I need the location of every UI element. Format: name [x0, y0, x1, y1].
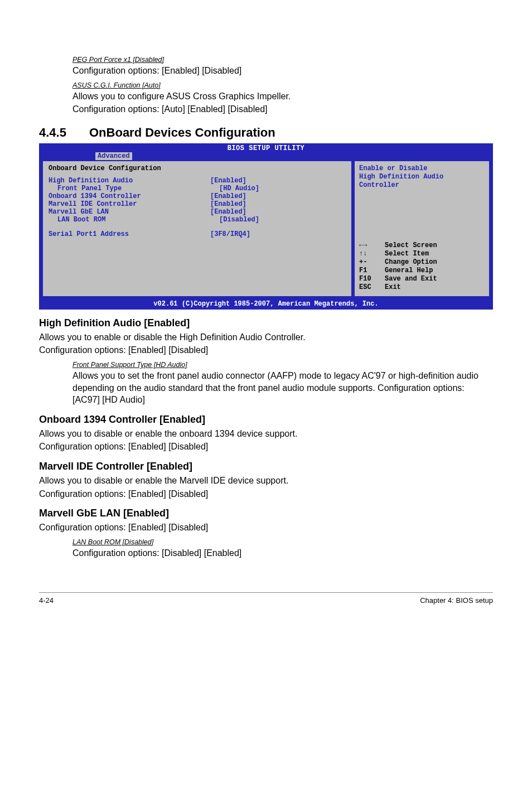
bios-item-value: [Enabled]	[210, 200, 246, 208]
bios-panel-heading: Onboard Device Configuration	[49, 165, 346, 172]
peg-port-desc: Configuration options: [Enabled] [Disabl…	[72, 65, 493, 77]
bios-copyright: v02.61 (C)Copyright 1985-2007, American …	[40, 299, 492, 309]
key-f1: F1	[359, 267, 385, 275]
bios-item-fpt: Front Panel Type [HD Audio]	[49, 185, 346, 192]
front-panel-label: Front Panel Support Type [HD Audio]	[72, 361, 493, 369]
page-number: 4-24	[39, 596, 54, 605]
bios-left-panel: Onboard Device Configuration High Defini…	[43, 161, 351, 296]
key-desc: Save and Exit	[385, 275, 437, 283]
asus-cgi-label: ASUS C.G.I. Function [Auto]	[72, 81, 493, 89]
bios-item-value: [Enabled]	[210, 192, 246, 200]
key-plus-minus: +-	[359, 258, 385, 267]
bios-screenshot: BIOS SETUP UTILITY Advanced Onboard Devi…	[39, 143, 493, 310]
o1394-desc-1: Allows you to disable or enable the onbo…	[39, 428, 493, 440]
bios-help-text: Enable or Disable High Definition Audio …	[359, 165, 485, 190]
bios-key-legend: ←→Select Screen ↑↓Select Item +-Change O…	[359, 241, 485, 292]
section-number: 4.4.5	[39, 125, 89, 140]
key-desc: General Help	[385, 267, 433, 275]
key-desc: Change Option	[385, 258, 437, 267]
o1394-heading: Onboard 1394 Controller [Enabled]	[39, 414, 493, 426]
bios-title: BIOS SETUP UTILITY	[40, 144, 492, 152]
bios-item-value: [Disabled]	[219, 216, 259, 224]
mide-desc-2: Configuration options: [Enabled] [Disabl…	[39, 488, 493, 500]
hda-desc-1: Allows you to enable or disable the High…	[39, 331, 493, 344]
hda-desc-2: Configuration options: [Enabled] [Disabl…	[39, 344, 493, 356]
mgbe-desc-1: Configuration options: [Enabled] [Disabl…	[39, 521, 493, 534]
bios-help-line3: Controller	[359, 181, 485, 190]
key-arrows-ud: ↑↓	[359, 250, 385, 258]
key-esc: ESC	[359, 283, 385, 292]
bios-tab-row: Advanced	[40, 152, 492, 161]
bios-item-label: Marvell GbE LAN	[49, 208, 210, 216]
key-arrows-lr: ←→	[359, 241, 385, 250]
bios-item-lanboot: LAN Boot ROM [Disabled]	[49, 216, 346, 224]
bios-item-1394: Onboard 1394 Controller [Enabled]	[49, 192, 346, 200]
bios-item-serial: Serial Port1 Address [3F8/IRQ4]	[49, 230, 346, 238]
section-heading: 4.4.5OnBoard Devices Configuration	[39, 125, 493, 140]
bios-item-mide: Marvell IDE Controller [Enabled]	[49, 200, 346, 208]
mide-heading: Marvell IDE Controller [Enabled]	[39, 461, 493, 472]
bios-item-label: Marvell IDE Controller	[49, 200, 210, 208]
bios-help-line1: Enable or Disable	[359, 165, 485, 173]
key-desc: Exit	[385, 283, 401, 292]
footer-rule	[39, 592, 493, 593]
chapter-label: Chapter 4: BIOS setup	[420, 596, 493, 605]
section-title: OnBoard Devices Configuration	[89, 125, 275, 139]
bios-tab-advanced: Advanced	[95, 152, 132, 160]
key-desc: Select Screen	[385, 241, 437, 250]
bios-right-panel: Enable or Disable High Definition Audio …	[355, 161, 489, 296]
bios-item-mgbe: Marvell GbE LAN [Enabled]	[49, 208, 346, 216]
bios-item-value: [HD Audio]	[219, 185, 259, 192]
bios-item-value: [3F8/IRQ4]	[210, 230, 250, 238]
asus-cgi-line1: Allows you to configure ASUS Cross Graph…	[72, 90, 493, 103]
asus-cgi-line2: Configuration options: [Auto] [Enabled] …	[72, 103, 493, 115]
key-f10: F10	[359, 275, 385, 283]
bios-item-hda: High Definition Audio [Enabled]	[49, 177, 346, 185]
lan-boot-desc: Configuration options: [Disabled] [Enabl…	[72, 547, 493, 559]
bios-item-label: High Definition Audio	[49, 177, 210, 185]
peg-port-label: PEG Port Force x1 [Disabled]	[72, 56, 493, 64]
bios-item-label: Onboard 1394 Controller	[49, 192, 210, 200]
mide-desc-1: Allows you to disable or enable the Marv…	[39, 475, 493, 487]
hda-heading: High Definition Audio [Enabled]	[39, 317, 493, 329]
key-desc: Select Item	[385, 250, 429, 258]
bios-item-label: LAN Boot ROM	[49, 216, 219, 224]
bios-help-line2: High Definition Audio	[359, 173, 485, 181]
mgbe-heading: Marvell GbE LAN [Enabled]	[39, 508, 493, 519]
bios-item-label: Front Panel Type	[49, 185, 219, 192]
bios-item-value: [Enabled]	[210, 177, 246, 185]
page-footer: 4-24 Chapter 4: BIOS setup	[39, 596, 493, 605]
bios-item-label: Serial Port1 Address	[49, 230, 210, 238]
front-panel-desc: Allows you to set the front panel audio …	[72, 370, 493, 406]
o1394-desc-2: Configuration options: [Enabled] [Disabl…	[39, 441, 493, 453]
bios-item-value: [Enabled]	[210, 208, 246, 216]
lan-boot-label: LAN Boot ROM [Disabled]	[72, 538, 493, 546]
